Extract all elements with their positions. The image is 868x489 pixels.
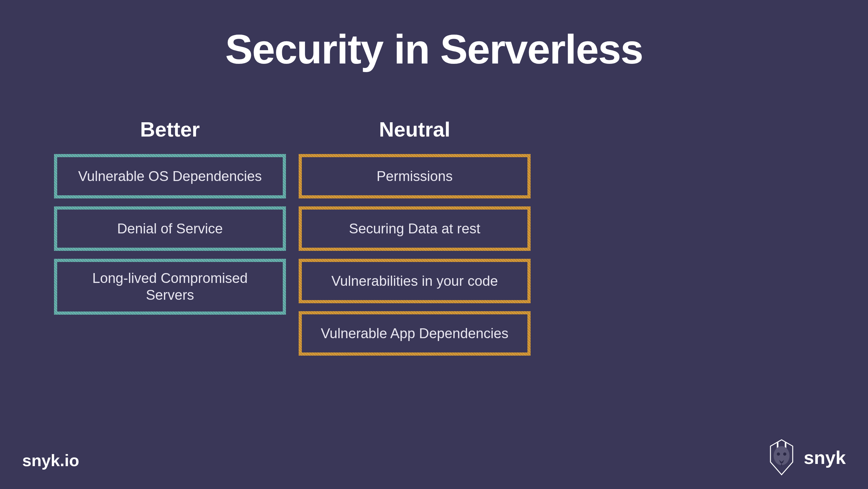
footer-url: snyk.io [22, 451, 79, 470]
box-text: Vulnerable OS Dependencies [78, 168, 262, 185]
column-header-better: Better [54, 118, 286, 141]
column-neutral: Neutral Permissions Securing Data at res… [299, 118, 531, 364]
snyk-logo-icon [766, 438, 798, 476]
box-text: Permissions [376, 168, 453, 185]
box-text: Vulnerabilities in your code [331, 273, 498, 290]
footer-brand-text: snyk [804, 447, 846, 468]
svg-point-1 [777, 453, 780, 456]
box-text: Securing Data at rest [349, 220, 480, 237]
box-item: Vulnerable App Dependencies [299, 311, 531, 356]
box-item: Securing Data at rest [299, 206, 531, 251]
svg-point-2 [783, 453, 786, 456]
box-text: Long-lived Compromised Servers [68, 270, 272, 303]
box-item: Vulnerabilities in your code [299, 259, 531, 303]
column-better: Better Vulnerable OS Dependencies Denial… [54, 118, 286, 364]
slide-title: Security in Serverless [0, 0, 868, 73]
footer-brand: snyk [766, 438, 846, 476]
box-item: Denial of Service [54, 206, 286, 251]
box-item: Vulnerable OS Dependencies [54, 154, 286, 198]
box-text: Denial of Service [117, 220, 223, 237]
box-item: Long-lived Compromised Servers [54, 259, 286, 315]
column-header-neutral: Neutral [299, 118, 531, 141]
columns-container: Better Vulnerable OS Dependencies Denial… [0, 73, 868, 364]
box-item: Permissions [299, 154, 531, 198]
box-text: Vulnerable App Dependencies [321, 325, 508, 342]
